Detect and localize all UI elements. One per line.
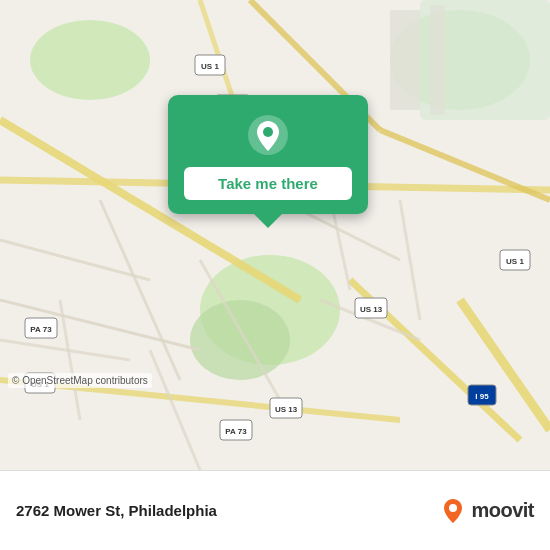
take-me-there-button[interactable]: Take me there [184,167,352,200]
moovit-logo: moovit [439,497,534,525]
svg-text:I 95: I 95 [475,392,489,401]
address-text: 2762 Mower St, Philadelphia [16,502,217,519]
svg-text:US 1: US 1 [201,62,219,71]
bottom-bar: 2762 Mower St, Philadelphia moovit [0,470,550,550]
svg-point-47 [263,127,273,137]
address-block: 2762 Mower St, Philadelphia [16,502,217,519]
svg-text:US 13: US 13 [275,405,298,414]
popup-card[interactable]: Take me there [168,95,368,214]
map-container: US 1 PA 532 US 1 US 1 PA 73 PA 73 US 13 … [0,0,550,470]
svg-text:US 1: US 1 [506,257,524,266]
svg-point-3 [30,20,150,100]
svg-point-2 [190,300,290,380]
svg-text:PA 73: PA 73 [225,427,247,436]
copyright-text: © OpenStreetMap contributors [8,373,152,388]
location-pin-icon [246,113,290,157]
svg-text:US 13: US 13 [360,305,383,314]
svg-rect-6 [390,10,420,110]
moovit-pin-icon [439,497,467,525]
moovit-brand-text: moovit [471,499,534,522]
svg-text:PA 73: PA 73 [30,325,52,334]
svg-rect-7 [430,5,445,115]
svg-point-48 [449,504,457,512]
